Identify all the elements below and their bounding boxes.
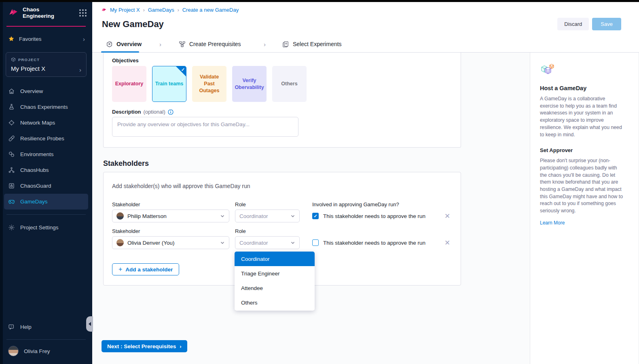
- remove-stakeholder-row1-icon[interactable]: ✕: [444, 213, 450, 220]
- stakeholders-intro: Add stakeholder(s) who will approve this…: [112, 183, 250, 189]
- sidebar-item-help[interactable]: ? Help: [4, 319, 88, 335]
- overview-step-icon: [106, 41, 113, 48]
- stakeholders-title: Stakeholders: [103, 159, 149, 168]
- discard-button[interactable]: Discard: [557, 18, 589, 30]
- sidebar-item-gamedays[interactable]: GameDays: [4, 194, 88, 210]
- help-panel-body: A GameDay is a collaborative exercise to…: [540, 95, 624, 138]
- breadcrumb-gamedays[interactable]: GameDays: [148, 7, 174, 13]
- project-name: My Project X: [11, 65, 81, 72]
- objective-train-teams[interactable]: Train teams ✓: [152, 66, 186, 102]
- chevron-down-icon: [290, 214, 295, 218]
- role-select-row2[interactable]: Coordinator: [235, 236, 300, 249]
- chevron-left-icon: [89, 322, 91, 326]
- info-icon[interactable]: [168, 109, 174, 115]
- brand-name: Chaos Engineering: [23, 6, 75, 19]
- user-name: Olivia Frey: [24, 348, 50, 354]
- user-profile[interactable]: Olivia Frey: [4, 341, 88, 361]
- flask-icon: [8, 104, 15, 110]
- avatar: [116, 239, 124, 246]
- save-button[interactable]: Save: [592, 18, 621, 30]
- objective-validate-past-outages[interactable]: Validate Past Outages: [192, 66, 226, 102]
- sidebar-collapse-handle[interactable]: [86, 316, 93, 332]
- role-option-coordinator[interactable]: Coordinator: [235, 252, 315, 266]
- environments-icon: [8, 151, 15, 158]
- sidebar-item-environments[interactable]: Environments: [4, 146, 88, 162]
- description-input[interactable]: [112, 117, 298, 137]
- sidebar-rail: [0, 0, 3, 364]
- stakeholder-select-row2[interactable]: Olivia Denver (You): [112, 236, 229, 249]
- chevron-right-icon: ›: [79, 66, 81, 73]
- home-icon: [8, 88, 15, 95]
- help-chat-icon: ?: [8, 324, 15, 330]
- lock-icon: [8, 182, 15, 189]
- sidebar-item-chaos-experiments[interactable]: Chaos Experiments: [4, 99, 88, 115]
- role-select-row1[interactable]: Coordinator: [235, 210, 300, 222]
- sidebar-item-favorites[interactable]: Favorites ›: [0, 27, 92, 48]
- learn-more-link[interactable]: Learn More: [540, 220, 565, 226]
- chevron-down-icon: [220, 240, 225, 245]
- top-black-strip: [0, 0, 639, 2]
- chevron-right-icon: ›: [178, 7, 179, 13]
- help-panel: Host a GameDay A GameDay is a collaborat…: [530, 53, 639, 364]
- chevron-right-icon: ›: [180, 343, 181, 349]
- involved-column-label: Involved in approving GameDay run?: [312, 201, 399, 207]
- chevron-down-icon: [290, 240, 295, 245]
- divider: [6, 214, 86, 215]
- favorites-label: Favorites: [19, 36, 42, 42]
- checkbox-checked-icon[interactable]: ✓: [312, 213, 319, 219]
- sidebar-item-chaosguard[interactable]: ChaosGuard: [4, 178, 88, 194]
- sidebar-item-chaoshubs[interactable]: ChaosHubs: [4, 162, 88, 178]
- objective-exploratory[interactable]: Exploratory: [112, 66, 146, 102]
- gear-icon: [8, 224, 15, 231]
- sidebar-item-project-settings[interactable]: Project Settings: [4, 220, 88, 235]
- harness-icon: [101, 7, 107, 13]
- active-tab-underline: [101, 51, 139, 53]
- hub-icon: [8, 167, 15, 174]
- experiments-step-icon: [282, 41, 289, 48]
- wizard-steps: Overview › Create Prerequisites › Select…: [92, 36, 639, 53]
- avatar: [116, 212, 124, 220]
- role-column-label: Role: [235, 228, 246, 234]
- description-label: Description: [112, 109, 141, 115]
- chaos-engineering-logo-icon: [8, 8, 19, 18]
- main-content: Objectives Exploratory Train teams ✓ Val…: [92, 53, 530, 364]
- tab-overview[interactable]: Overview: [106, 36, 142, 52]
- remove-stakeholder-row2-icon[interactable]: ✕: [444, 239, 450, 246]
- stakeholder-select-row1[interactable]: Philip Matterson: [112, 210, 229, 222]
- sidebar-item-network-maps[interactable]: Network Maps: [4, 115, 88, 131]
- help-panel-subtitle: Set Approver: [540, 147, 624, 153]
- approve-checkbox-row2[interactable]: This stakeholder needs to approve the ru…: [312, 239, 425, 246]
- objective-verify-observability[interactable]: Verify Obervability: [232, 66, 267, 102]
- project-label: PROJECT: [18, 57, 40, 62]
- app-grid-icon[interactable]: [79, 9, 87, 17]
- next-select-prerequisites-button[interactable]: Next : Select Prerequisites ›: [102, 340, 187, 352]
- chevron-right-icon: ›: [83, 36, 85, 42]
- role-column-label: Role: [235, 201, 246, 207]
- tab-create-prerequisites[interactable]: Create Prerequisites: [179, 36, 241, 52]
- checkbox-unchecked-icon[interactable]: [312, 239, 319, 246]
- role-option-triage-engineer[interactable]: Triage Engineer: [235, 266, 315, 281]
- tab-select-experiments[interactable]: Select Experiments: [282, 36, 342, 52]
- add-stakeholder-button[interactable]: + Add a stakeholder: [112, 263, 179, 275]
- sidebar-item-resilience-probes[interactable]: Resilience Probes: [4, 131, 88, 146]
- objectives-label: Objectives: [112, 57, 139, 63]
- chevron-right-icon: ›: [264, 41, 266, 48]
- svg-text:?: ?: [11, 325, 12, 328]
- page-title: New GameDay: [102, 19, 164, 30]
- stakeholder-column-label: Stakeholder: [112, 228, 140, 234]
- objective-others[interactable]: Others: [272, 66, 307, 102]
- project-selector[interactable]: PROJECT My Project X ›: [6, 52, 87, 77]
- chevron-right-icon: ›: [143, 7, 145, 13]
- check-icon: ✓: [181, 67, 185, 73]
- role-option-others[interactable]: Others: [235, 295, 315, 310]
- breadcrumb: My Project X › GameDays › Create a new G…: [101, 7, 239, 13]
- sidebar: Chaos Engineering Favorites › PROJECT My…: [0, 0, 92, 364]
- approve-checkbox-row1[interactable]: ✓ This stakeholder needs to approve the …: [312, 213, 425, 219]
- breadcrumb-current[interactable]: Create a new GameDay: [182, 7, 239, 13]
- breadcrumb-project[interactable]: My Project X: [110, 7, 140, 13]
- user-avatar: [8, 346, 19, 356]
- sidebar-item-overview[interactable]: Overview: [4, 83, 88, 99]
- cubes-illustration-icon: [540, 63, 555, 77]
- role-option-attendee[interactable]: Attendee: [235, 281, 315, 295]
- divider: [6, 339, 86, 340]
